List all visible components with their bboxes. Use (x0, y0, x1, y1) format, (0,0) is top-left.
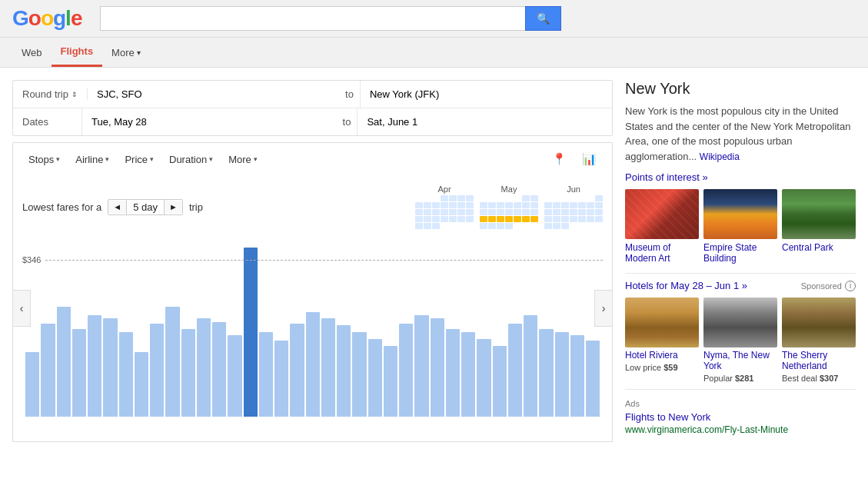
price-arrow-icon: ▾ (150, 155, 154, 163)
bar-16[interactable] (274, 341, 288, 417)
wikipedia-link[interactable]: Wikipedia (700, 151, 740, 162)
bar-15[interactable] (259, 332, 273, 417)
dates-row: Dates to (13, 108, 612, 135)
bar-8[interactable] (150, 324, 164, 417)
poi-link-central-park[interactable]: Central Park (782, 242, 856, 253)
bar-0[interactable] (25, 352, 39, 417)
destination-input[interactable] (361, 81, 612, 108)
bar-4[interactable] (88, 315, 101, 417)
poi-link-moma[interactable]: Museum of Modern Art (625, 242, 699, 264)
bar-chart: $346 (22, 248, 603, 432)
hotel-image-nyma (703, 298, 777, 347)
bar-17[interactable] (290, 324, 304, 417)
to-label-2: to (337, 108, 358, 135)
sponsored-label: Sponsored (801, 281, 842, 291)
bar-5[interactable] (103, 318, 117, 417)
bars-container (22, 248, 603, 417)
poi-title-link[interactable]: Points of interest » (625, 171, 856, 183)
duration-arrow-icon: ▾ (209, 155, 213, 163)
hotel-image-riviera (625, 298, 699, 347)
poi-images: Museum of Modern Art Empire State Buildi… (625, 189, 856, 264)
bar-26[interactable] (431, 318, 444, 417)
bar-29[interactable] (477, 339, 491, 417)
price-filter[interactable]: Price ▾ (118, 151, 160, 168)
mini-cal-jun: Jun (544, 184, 603, 229)
bar-20[interactable] (337, 325, 351, 417)
ad-link[interactable]: Flights to New York (625, 411, 856, 423)
bar-25[interactable] (414, 315, 428, 417)
bar-27[interactable] (446, 329, 460, 417)
hotels-title-link[interactable]: Hotels for May 28 – Jun 1 » (625, 280, 801, 291)
bar-32[interactable] (524, 315, 537, 417)
poi-image-empire (703, 189, 777, 239)
bar-23[interactable] (384, 346, 397, 417)
airline-arrow-icon: ▾ (105, 155, 109, 163)
search-input[interactable] (100, 6, 525, 31)
hotel-link-nyma[interactable]: Nyma, The New York (703, 350, 777, 371)
stops-filter[interactable]: Stops ▾ (22, 151, 66, 168)
bar-36[interactable] (586, 341, 600, 417)
price-label: $346 (22, 255, 41, 264)
more-filter[interactable]: More ▾ (222, 151, 264, 168)
poi-link-empire[interactable]: Empire State Building (703, 242, 777, 264)
duration-filter[interactable]: Duration ▾ (163, 151, 219, 168)
bar-9[interactable] (165, 307, 179, 417)
bar-7[interactable] (135, 352, 148, 417)
bar-22[interactable] (368, 339, 382, 417)
info-icon[interactable]: i (845, 281, 856, 291)
nav-item-flights[interactable]: Flights (52, 38, 103, 67)
bar-12[interactable] (212, 322, 226, 417)
bar-19[interactable] (321, 318, 335, 417)
bar-13[interactable] (228, 335, 241, 417)
bar-31[interactable] (508, 324, 522, 417)
depart-date-input[interactable] (82, 108, 337, 135)
bar-2[interactable] (57, 307, 71, 417)
bar-35[interactable] (570, 335, 584, 417)
flight-form: Round trip ⇕ to Dates to (12, 80, 613, 136)
poi-item-empire: Empire State Building (703, 189, 777, 264)
header: Google 🔍 (0, 0, 868, 38)
bar-6[interactable] (119, 332, 133, 417)
airline-filter[interactable]: Airline ▾ (69, 151, 115, 168)
lowest-fares-label: Lowest fares for a (22, 201, 101, 213)
trip-type-selector[interactable]: Round trip ⇕ (13, 88, 88, 100)
divider-2 (625, 389, 856, 390)
origin-input[interactable] (88, 81, 339, 108)
stops-arrow-icon: ▾ (56, 155, 60, 163)
bar-30[interactable] (493, 346, 507, 417)
hotel-price-riviera: Low price $59 (625, 363, 699, 372)
day-increment-btn[interactable]: ► (165, 201, 182, 213)
hotel-link-riviera[interactable]: Hotel Riviera (625, 350, 699, 361)
day-decrement-btn[interactable]: ◄ (108, 201, 126, 213)
bar-21[interactable] (352, 332, 366, 417)
bar-3[interactable] (72, 329, 86, 417)
right-panel: New York New York is the most populous c… (625, 80, 856, 492)
bar-10[interactable] (181, 329, 195, 417)
location-icon-btn[interactable]: 📍 (546, 149, 573, 169)
hotel-link-sherry[interactable]: The Sherry Netherland (782, 350, 856, 371)
chart-nav-right-btn[interactable]: › (594, 290, 613, 327)
bar-11[interactable] (197, 318, 211, 417)
bar-24[interactable] (399, 324, 413, 417)
nav-item-web[interactable]: Web (12, 39, 52, 66)
hotel-image-sherry (782, 298, 856, 347)
chart-icon-btn[interactable]: 📊 (576, 149, 603, 169)
chart-header: Lowest fares for a ◄ 5 day ► trip Apr (22, 184, 603, 229)
more-arrow-icon: ▾ (137, 48, 141, 57)
search-button[interactable]: 🔍 (525, 6, 561, 31)
bar-33[interactable] (539, 329, 553, 417)
chart-nav-left-btn[interactable]: ‹ (12, 290, 31, 327)
mini-cal-may: May (480, 184, 538, 229)
ads-section: Ads Flights to New York www.virginameric… (625, 399, 856, 435)
bar-18[interactable] (306, 312, 320, 417)
hotel-item-riviera: Hotel Riviera Low price $59 (625, 298, 699, 383)
hotel-price-sherry: Best deal $307 (782, 374, 856, 383)
bar-1[interactable] (41, 324, 55, 417)
bar-34[interactable] (555, 332, 569, 417)
bar-14[interactable] (244, 248, 258, 417)
return-date-input[interactable] (358, 108, 612, 135)
nav-item-more[interactable]: More ▾ (102, 39, 150, 66)
bar-28[interactable] (461, 332, 475, 417)
poi-image-moma (625, 189, 699, 239)
poi-image-central-park (782, 189, 856, 239)
